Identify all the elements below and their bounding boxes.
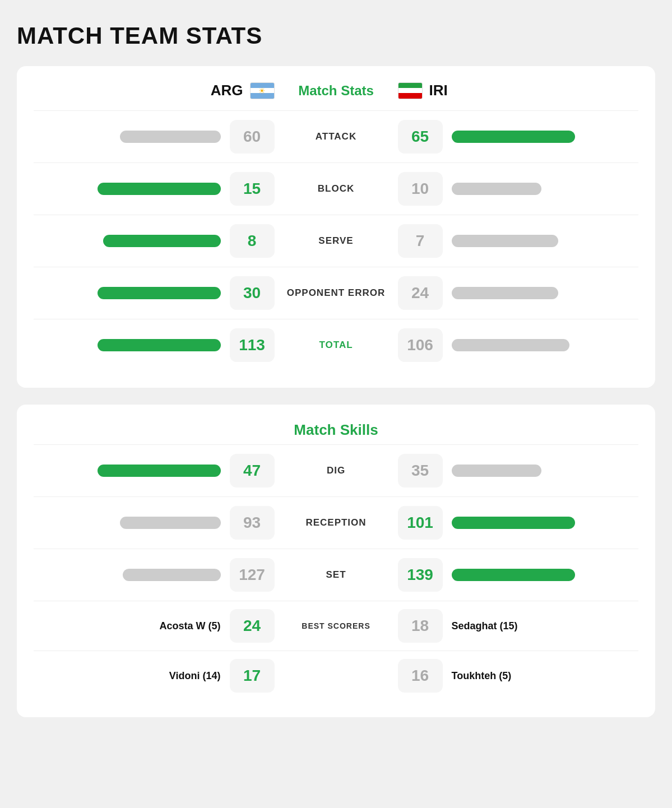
bar-right-set-bar (452, 569, 575, 581)
bar-right-total-bar (452, 339, 569, 351)
value-left-attack: 60 (230, 120, 275, 154)
label-total: TOTAL (275, 340, 398, 351)
match-skills-title: Match Skills (34, 405, 638, 444)
value-right-block: 10 (398, 172, 443, 206)
value-left-serve: 8 (230, 224, 275, 258)
value-left-block: 15 (230, 172, 275, 206)
bar-left-opponent-error (34, 287, 230, 299)
value-right-dig: 35 (398, 454, 443, 487)
stat-row-total: 113 TOTAL 106 (34, 319, 638, 371)
flag-argentina (250, 82, 275, 99)
bar-right-reception-bar (452, 517, 575, 529)
value-right-serve: 7 (398, 224, 443, 258)
stat-row-dig: 47 DIG 35 (34, 444, 638, 496)
match-skills-card: Match Skills 47 DIG 35 93 RECEPTION 101 … (17, 405, 655, 717)
value-right-reception: 101 (398, 506, 443, 540)
bar-right-attack-bar (452, 131, 575, 143)
bar-left-total-bar (98, 339, 221, 351)
stat-row-reception: 93 RECEPTION 101 (34, 496, 638, 549)
bar-right-serve (443, 235, 639, 247)
value-left-total: 113 (230, 328, 275, 362)
value-right-total: 106 (398, 328, 443, 362)
bar-left-block-bar (98, 183, 221, 195)
label-opponent-error: OPPONENT ERROR (275, 287, 398, 299)
bar-right-opponent-error-bar (452, 287, 558, 299)
team-left: ARG (34, 82, 275, 99)
scorer-value-right-1: 18 (398, 609, 443, 643)
bar-right-set (443, 569, 639, 581)
label-block: BLOCK (275, 183, 398, 194)
bar-right-dig (443, 465, 639, 477)
best-scorers-row-1: Acosta W (5) 24 BEST SCORERS 18 Sedaghat… (34, 601, 638, 651)
value-left-dig: 47 (230, 454, 275, 487)
stat-row-opponent-error: 30 OPPONENT ERROR 24 (34, 267, 638, 319)
bar-left-dig (34, 465, 230, 477)
page-title: MATCH TEAM STATS (17, 22, 655, 49)
scorer-right-1: Sedaghat (15) (443, 620, 639, 632)
stat-row-attack: 60 ATTACK 65 (34, 110, 638, 162)
bar-left-dig-bar (98, 465, 221, 477)
bar-right-block (443, 183, 639, 195)
bar-right-dig-bar (452, 465, 541, 477)
bar-left-block (34, 183, 230, 195)
scorer-value-left-2: 17 (230, 659, 275, 693)
team-header: ARG Match Stats IRI (34, 66, 638, 110)
bar-left-total (34, 339, 230, 351)
stat-row-block: 15 BLOCK 10 (34, 162, 638, 215)
best-scorers-label: BEST SCORERS (275, 621, 398, 630)
value-right-set: 139 (398, 558, 443, 592)
match-stats-card: ARG Match Stats IRI 60 ATTACK 65 15 BLOC… (17, 66, 655, 388)
label-dig: DIG (275, 465, 398, 476)
scorer-right-2: Toukhteh (5) (443, 670, 639, 682)
flag-iran (398, 82, 423, 99)
value-left-opponent-error: 30 (230, 276, 275, 310)
value-right-attack: 65 (398, 120, 443, 154)
stat-row-serve: 8 SERVE 7 (34, 215, 638, 267)
bar-left-set (34, 569, 230, 581)
bar-left-set-bar (123, 569, 221, 581)
bar-left-reception (34, 517, 230, 529)
bar-left-serve-bar (103, 235, 221, 247)
bar-right-reception (443, 517, 639, 529)
label-serve: SERVE (275, 235, 398, 247)
bar-right-block-bar (452, 183, 541, 195)
bar-left-opponent-error-bar (98, 287, 221, 299)
team-right-name: IRI (429, 82, 448, 99)
team-left-name: ARG (211, 82, 243, 99)
team-right: IRI (398, 82, 639, 99)
scorer-left-2: Vidoni (14) (34, 670, 230, 682)
scorer-value-left-1: 24 (230, 609, 275, 643)
bar-right-total (443, 339, 639, 351)
label-attack: ATTACK (275, 131, 398, 142)
value-right-opponent-error: 24 (398, 276, 443, 310)
bar-right-opponent-error (443, 287, 639, 299)
value-left-reception: 93 (230, 506, 275, 540)
label-set: SET (275, 569, 398, 581)
best-scorers-row-2: Vidoni (14) 17 16 Toukhteh (5) (34, 651, 638, 700)
scorer-left-1: Acosta W (5) (34, 620, 230, 632)
stat-row-set: 127 SET 139 (34, 549, 638, 601)
bar-left-attack-bar (120, 131, 221, 143)
match-stats-label: Match Stats (275, 83, 398, 99)
bar-right-attack (443, 131, 639, 143)
bar-left-reception-bar (120, 517, 221, 529)
bar-right-serve-bar (452, 235, 558, 247)
scorer-value-right-2: 16 (398, 659, 443, 693)
bar-left-attack (34, 131, 230, 143)
value-left-set: 127 (230, 558, 275, 592)
label-reception: RECEPTION (275, 517, 398, 528)
bar-left-serve (34, 235, 230, 247)
